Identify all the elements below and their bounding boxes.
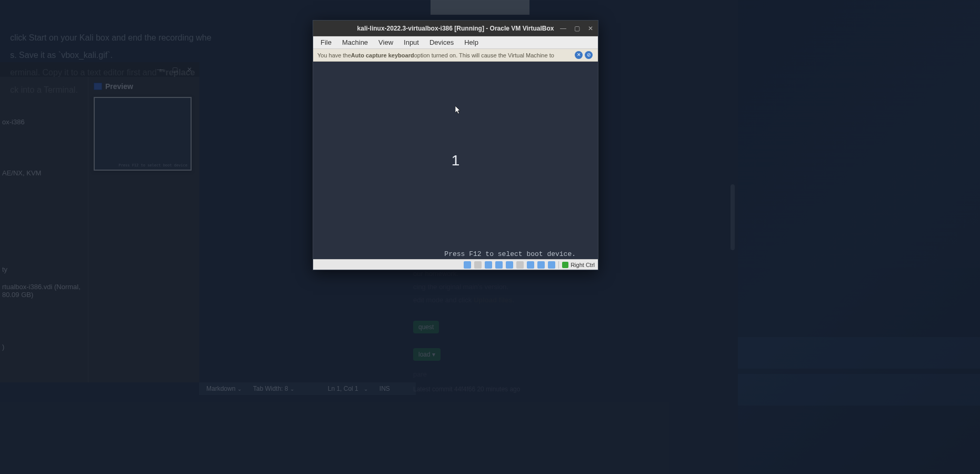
cpu-icon[interactable] (537, 261, 545, 269)
maximize-button[interactable]: ▢ (573, 25, 581, 32)
insert-mode-indicator: INS (379, 385, 390, 392)
preview-label-text: Preview (105, 82, 133, 91)
info-bold: Auto capture keyboard (351, 52, 414, 58)
vm-display-area[interactable]: 1 Press F12 to select boot device. (313, 62, 598, 259)
mouse-integration-icon[interactable] (548, 261, 555, 269)
scrollbar-thumb[interactable] (731, 184, 735, 250)
close-button[interactable]: ✕ (186, 66, 193, 73)
wallpaper-circuit (738, 0, 980, 474)
host-key-arrow-icon (562, 262, 568, 268)
commit-info: Latest commit 44f4f66 20 minutes ago (413, 386, 550, 393)
separator (558, 261, 559, 269)
pull-request-button[interactable]: quest (413, 321, 439, 333)
recording-icon[interactable] (527, 261, 534, 269)
vm-notification-bar: You have the Auto capture keyboard optio… (313, 49, 598, 62)
line-column-indicator[interactable]: Ln 1, Col 1 ⌄ (328, 385, 368, 392)
dismiss-notification-icon[interactable]: ✕ (575, 51, 583, 59)
info-rest: option turned on. This will cause the Vi… (414, 52, 554, 58)
monitor-icon (94, 83, 102, 90)
menu-input[interactable]: Input (399, 37, 423, 47)
close-button[interactable]: ✕ (586, 25, 595, 32)
countdown-number: 1 (452, 152, 460, 169)
text-line: edit mode and click Upload files. (413, 296, 550, 304)
host-key-indicator[interactable]: Right Ctrl (562, 262, 595, 268)
vm-titlebar[interactable]: kali-linux-2022.3-virtualbox-i386 [Runni… (313, 21, 598, 36)
tab-width-selector[interactable]: Tab Width: 8 ⌄ (253, 385, 294, 392)
display-icon[interactable] (516, 261, 524, 269)
preview-thumb-text: Press F12 to select boot device (118, 163, 187, 167)
virtualbox-manager-window: — ▢ ✕ ox-i386 AE/NX, KVM ty rtualbox-i38… (0, 62, 199, 382)
boot-hint-text: Press F12 to select boot device. (444, 250, 576, 258)
editor-status-bar: Markdown ⌄ Tab Width: 8 ⌄ Ln 1, Col 1 ⌄ … (199, 382, 416, 395)
text-line: our homework. (413, 270, 550, 278)
minimize-button[interactable]: — (156, 66, 164, 73)
minimize-button[interactable]: — (559, 25, 567, 32)
preview-heading: Preview (94, 82, 194, 91)
host-key-label: Right Ctrl (571, 262, 595, 268)
text-line: cing the original main's version. (413, 283, 550, 291)
download-button[interactable]: load ▾ (413, 348, 441, 361)
network-icon[interactable] (485, 261, 492, 269)
info-prefix: You have the (317, 52, 351, 58)
menu-devices[interactable]: Devices (425, 37, 458, 47)
editor-line: click Start on your Kali box and end the… (10, 33, 211, 42)
virtual-machine-window: kali-linux-2022.3-virtualbox-i386 [Runni… (313, 20, 598, 270)
details-panel: ox-i386 AE/NX, KVM ty rtualbox-i386.vdi … (0, 77, 88, 382)
editor-line: s. Save it as `vbox_kali.gif`. (10, 51, 113, 60)
mouse-cursor-icon (455, 106, 462, 114)
menu-file[interactable]: File (316, 37, 336, 47)
syntax-selector[interactable]: Markdown ⌄ (206, 385, 242, 392)
vm-status-bar: Right Ctrl (313, 259, 598, 270)
paren-frag: ) (2, 343, 88, 351)
usb-icon[interactable] (495, 261, 503, 269)
menu-machine[interactable]: Machine (338, 37, 372, 47)
hard-disk-icon[interactable] (464, 261, 471, 269)
storage-empty: ty (2, 265, 88, 273)
text-line: pare (413, 370, 550, 378)
vm-window-title: kali-linux-2022.3-virtualbox-i386 [Runni… (357, 25, 554, 32)
disk-info: rtualbox-i386.vdi (Normal, 80.09 GB) (2, 283, 88, 299)
machine-name: ox-i386 (2, 118, 88, 126)
suppress-notification-icon[interactable]: ⊘ (585, 51, 593, 59)
menu-view[interactable]: View (374, 37, 397, 47)
maximize-button[interactable]: ▢ (171, 66, 178, 73)
acceleration-value: AE/NX, KVM (2, 169, 88, 177)
window-titlebar: — ▢ ✕ (0, 62, 199, 77)
vm-menubar: File Machine View Input Devices Help (313, 36, 598, 49)
preview-thumbnail[interactable]: Press F12 to select boot device (94, 97, 192, 171)
browser-content-fragment: our homework. cing the original main's v… (413, 270, 550, 393)
menu-help[interactable]: Help (460, 37, 483, 47)
browser-thumbnail-fragment (431, 0, 529, 15)
optical-drive-icon[interactable] (474, 261, 482, 269)
shared-folders-icon[interactable] (506, 261, 513, 269)
